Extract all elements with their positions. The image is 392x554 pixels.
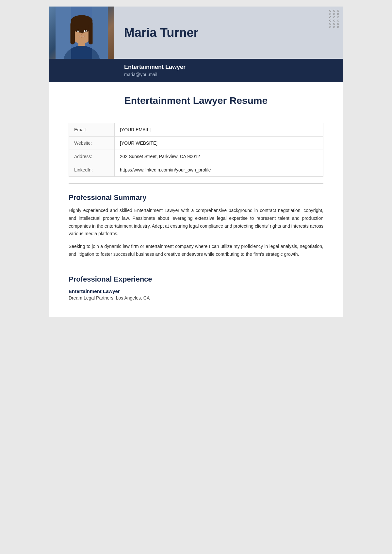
candidate-name: Maria Turner xyxy=(124,26,198,40)
professional-summary-paragraph-1: Highly experienced and skilled Entertain… xyxy=(69,207,323,238)
job-company: Dream Legal Partners, Los Angeles, CA xyxy=(69,295,323,301)
dot xyxy=(333,13,335,15)
contact-value-website: [YOUR WEBSITE] xyxy=(115,137,323,150)
svg-rect-12 xyxy=(56,7,71,59)
dot xyxy=(333,20,335,22)
dot xyxy=(329,23,331,25)
header-top: Maria Turner xyxy=(49,7,343,59)
contact-table: Email: [YOUR EMAIL] Website: [YOUR WEBSI… xyxy=(69,123,323,177)
contact-value-address: 202 Sunset Street, Parkview, CA 90012 xyxy=(115,150,323,163)
dot xyxy=(337,26,339,28)
main-content: Entertainment Lawyer Resume Email: [YOUR… xyxy=(49,82,343,317)
dot xyxy=(329,16,331,18)
dot xyxy=(337,10,339,12)
header-email: maria@you.mail xyxy=(124,72,333,77)
dot xyxy=(329,13,331,15)
contact-row-website: Website: [YOUR WEBSITE] xyxy=(69,137,323,150)
svg-rect-13 xyxy=(92,7,108,59)
contact-row-linkedin: LinkedIn: https://www.linkedin.com/in/yo… xyxy=(69,163,323,177)
divider-2 xyxy=(69,183,323,184)
dot xyxy=(333,26,335,28)
dot xyxy=(337,13,339,15)
professional-summary-title: Professional Summary xyxy=(69,193,323,202)
dot xyxy=(329,10,331,12)
contact-label-address: Address: xyxy=(69,150,115,163)
contact-value-linkedin: https://www.linkedin.com/in/your_own_pro… xyxy=(115,163,323,177)
dot xyxy=(337,23,339,25)
dot xyxy=(333,23,335,25)
profile-photo xyxy=(49,7,114,59)
dots-decoration xyxy=(329,10,340,28)
contact-label-linkedin: LinkedIn: xyxy=(69,163,115,177)
profile-photo-svg xyxy=(49,7,114,59)
contact-label-email: Email: xyxy=(69,123,115,137)
dot xyxy=(333,16,335,18)
job-position-title: Entertainment Lawyer xyxy=(69,288,323,294)
divider-3 xyxy=(69,265,323,265)
contact-row-email: Email: [YOUR EMAIL] xyxy=(69,123,323,137)
resume-title: Entertainment Lawyer Resume xyxy=(69,95,323,106)
professional-experience-title: Professional Experience xyxy=(69,275,323,284)
resume-page: Maria Turner Entertainment Lawyer m xyxy=(49,7,343,317)
contact-row-address: Address: 202 Sunset Street, Parkview, CA… xyxy=(69,150,323,163)
contact-value-email: [YOUR EMAIL] xyxy=(115,123,323,137)
professional-summary-paragraph-2: Seeking to join a dynamic law firm or en… xyxy=(69,243,323,258)
dot xyxy=(333,10,335,12)
header-bottom: Entertainment Lawyer maria@you.mail xyxy=(49,59,343,82)
svg-point-7 xyxy=(71,15,92,26)
header-name-area: Maria Turner xyxy=(114,7,343,59)
divider-1 xyxy=(69,116,323,116)
profile-photo-container xyxy=(49,7,114,59)
job-title-header: Entertainment Lawyer xyxy=(124,64,333,71)
dot xyxy=(337,16,339,18)
dot xyxy=(329,20,331,22)
contact-label-website: Website: xyxy=(69,137,115,150)
dot xyxy=(337,20,339,22)
svg-point-10 xyxy=(77,30,79,32)
dot xyxy=(329,26,331,28)
svg-point-11 xyxy=(85,30,86,32)
